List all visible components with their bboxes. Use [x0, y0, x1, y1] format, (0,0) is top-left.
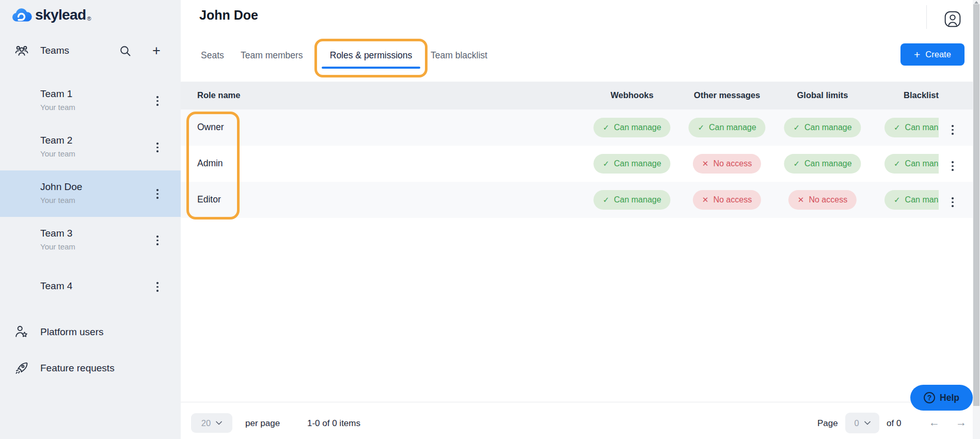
- role-name: Admin: [197, 158, 223, 169]
- create-button[interactable]: + Create: [900, 43, 965, 66]
- badge-label: No access: [713, 159, 752, 168]
- highlight-ring-tabs: Roles & permissions: [314, 39, 428, 77]
- sidebar-item-team-1[interactable]: Team 1 Your team: [0, 77, 181, 124]
- badge-label: Can manage: [905, 195, 939, 205]
- tab-team-blacklist[interactable]: Team blacklist: [431, 50, 487, 61]
- app-window: skylead ® Teams + Team 1 Your team: [0, 0, 980, 439]
- active-tab-underline: [322, 67, 420, 69]
- table-header: Role name Webhooks Other messages Global…: [181, 82, 973, 109]
- badge-label: Can manage: [614, 123, 661, 132]
- create-button-label: Create: [925, 50, 951, 59]
- search-icon[interactable]: [119, 45, 132, 57]
- check-icon: ✓: [603, 123, 609, 132]
- teams-group-icon: [14, 44, 29, 57]
- teams-header: Teams +: [0, 42, 181, 59]
- chevron-down-icon: [216, 421, 222, 425]
- sidebar-item-team-4[interactable]: Team 4: [0, 263, 181, 310]
- previous-page-arrow-icon[interactable]: ←: [929, 416, 940, 429]
- registered-mark: ®: [87, 15, 91, 22]
- badge-label: No access: [809, 195, 847, 205]
- badge-label: Can manage: [905, 123, 939, 132]
- badge-label: No access: [713, 195, 752, 205]
- status-badge: ✓Can manage: [884, 118, 939, 137]
- page-size-select[interactable]: 20: [191, 413, 232, 433]
- status-badge: ✓Can manage: [784, 154, 861, 174]
- page-label: Page: [817, 418, 838, 429]
- table-row: Owner ✓Can manage ✓Can manage ✓Can manag…: [181, 109, 973, 146]
- status-badge: ✕No access: [693, 154, 761, 174]
- sidebar-item-feature-requests[interactable]: Feature requests: [0, 355, 181, 381]
- page-title: John Doe: [199, 8, 258, 23]
- badge-label: Can manage: [804, 123, 852, 132]
- check-icon: ✓: [793, 159, 800, 168]
- column-blacklist: Blacklist: [904, 90, 939, 100]
- check-icon: ✓: [894, 123, 900, 132]
- column-other-messages: Other messages: [694, 90, 760, 100]
- status-badge: ✕No access: [788, 190, 857, 210]
- row-kebab-menu-icon[interactable]: [948, 123, 957, 137]
- sidebar-item-team-2[interactable]: Team 2 Your team: [0, 124, 181, 170]
- status-badge: ✓Can manage: [593, 154, 670, 174]
- check-icon: ✓: [894, 195, 900, 205]
- tab-roles-permissions[interactable]: Roles & permissions: [330, 50, 413, 61]
- role-name: Editor: [197, 194, 221, 205]
- kebab-menu-icon[interactable]: [153, 140, 162, 154]
- row-kebab-menu-icon[interactable]: [948, 159, 957, 173]
- account-avatar-icon[interactable]: [944, 10, 961, 28]
- sidebar-item-team-3[interactable]: Team 3 Your team: [0, 217, 181, 263]
- team-subtitle: Your team: [40, 103, 75, 112]
- help-button[interactable]: ? Help: [910, 385, 973, 411]
- user-star-icon: [14, 325, 28, 339]
- check-icon: ✓: [698, 123, 704, 132]
- next-page-arrow-icon[interactable]: →: [956, 416, 967, 429]
- vertical-scrollbar[interactable]: [973, 0, 980, 439]
- page-number-select[interactable]: 0: [845, 413, 879, 433]
- column-webhooks: Webhooks: [610, 90, 653, 100]
- kebab-menu-icon[interactable]: [153, 233, 162, 247]
- rocket-icon: [14, 361, 28, 375]
- scrollbar-up-arrow[interactable]: [974, 1, 978, 4]
- chevron-down-icon: [864, 421, 871, 425]
- team-name: Team 4: [40, 280, 72, 292]
- cloud-logo-icon: [11, 7, 32, 23]
- pagination-bar: 20 per page 1-0 of 0 items Page 0 of 0 ←…: [181, 402, 973, 439]
- help-button-label: Help: [940, 393, 959, 403]
- role-name: Owner: [197, 122, 224, 133]
- table-row: Editor ✓Can manage ✕No access ✕No access…: [181, 182, 973, 218]
- kebab-menu-icon[interactable]: [153, 187, 162, 201]
- cross-icon: ✕: [702, 195, 709, 205]
- tab-team-members[interactable]: Team members: [241, 50, 303, 61]
- kebab-menu-icon[interactable]: [153, 280, 162, 294]
- team-subtitle: Your team: [40, 196, 75, 205]
- status-badge: ✓Can manage: [688, 118, 765, 137]
- team-name: John Doe: [40, 181, 82, 193]
- status-badge: ✓Can manage: [884, 154, 939, 174]
- check-icon: ✓: [894, 159, 900, 168]
- check-icon: ✓: [603, 195, 609, 205]
- team-name: Team 2: [40, 135, 72, 146]
- badge-label: Can manage: [709, 123, 756, 132]
- status-badge: ✓Can manage: [784, 118, 861, 137]
- tab-seats[interactable]: Seats: [201, 50, 224, 61]
- sidebar-link-label: Feature requests: [40, 355, 115, 381]
- sidebar: skylead ® Teams + Team 1 Your team: [0, 0, 181, 439]
- status-badge: ✓Can manage: [593, 190, 670, 210]
- column-role-name: Role name: [197, 90, 240, 100]
- check-icon: ✓: [603, 159, 609, 168]
- teams-label: Teams: [40, 42, 69, 59]
- team-subtitle: Your team: [40, 149, 75, 158]
- sidebar-item-platform-users[interactable]: Platform users: [0, 319, 181, 345]
- column-global-limits: Global limits: [797, 90, 848, 100]
- header-divider: [926, 5, 927, 29]
- blacklist-cell-clipped: ✓Can manage: [884, 146, 939, 182]
- row-kebab-menu-icon[interactable]: [948, 195, 957, 209]
- scrollbar-thumb[interactable]: [973, 4, 979, 406]
- per-page-label: per page: [245, 418, 280, 429]
- kebab-menu-icon[interactable]: [153, 94, 162, 108]
- blacklist-cell-clipped: ✓Can manage: [884, 109, 939, 146]
- team-name: Team 3: [40, 228, 72, 239]
- add-team-icon[interactable]: +: [150, 45, 163, 57]
- page-total-label: of 0: [887, 418, 901, 429]
- team-name: Team 1: [40, 88, 72, 100]
- sidebar-item-john-doe[interactable]: John Doe Your team: [0, 170, 181, 217]
